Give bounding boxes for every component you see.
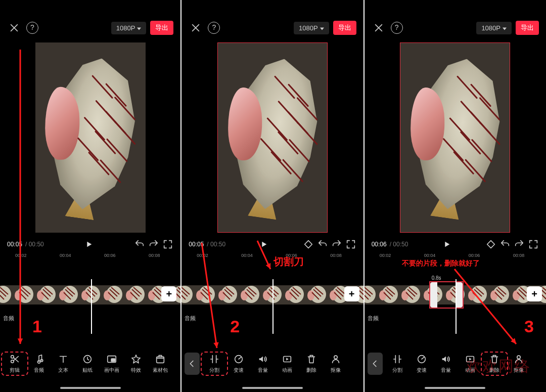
toolbar-back-button[interactable] xyxy=(368,353,383,375)
timeline-tick: 00:08 xyxy=(513,253,525,258)
tool-speed[interactable]: 变速 xyxy=(227,354,250,374)
tool-sticker[interactable]: 贴纸 xyxy=(76,354,99,374)
tool-text[interactable]: 文本 xyxy=(52,354,75,374)
tool-split[interactable]: 分割 xyxy=(386,354,409,374)
playhead[interactable] xyxy=(272,279,274,334)
close-button[interactable] xyxy=(189,21,203,35)
clip-thumbnail[interactable] xyxy=(466,285,488,304)
playhead[interactable] xyxy=(456,279,457,334)
clip-thumbnail[interactable] xyxy=(79,285,101,304)
clip-thumbnail[interactable] xyxy=(34,285,57,304)
clip-thumbnail[interactable] xyxy=(488,285,510,304)
clip-area[interactable]: + xyxy=(181,279,363,314)
clip-thumbnail[interactable] xyxy=(365,285,377,304)
bottom-toolbar: 剪辑 音频 文本 贴纸 画中画 特效 素材包 xyxy=(0,349,180,379)
selection-duration: 0.8s xyxy=(432,275,441,281)
add-clip-button[interactable]: + xyxy=(527,286,542,301)
play-button[interactable] xyxy=(83,239,95,250)
svg-point-8 xyxy=(37,290,44,300)
undo-button[interactable] xyxy=(499,239,511,250)
tool-volume[interactable]: 音量 xyxy=(434,354,458,374)
clip-thumbnail[interactable] xyxy=(260,285,283,304)
tool-split[interactable]: 分割 xyxy=(203,354,226,374)
svg-point-56 xyxy=(285,290,292,300)
caret-down-icon xyxy=(503,24,507,32)
svg-point-53 xyxy=(263,290,270,300)
redo-button[interactable] xyxy=(514,239,525,250)
clip-thumbnail[interactable] xyxy=(0,285,12,304)
clip-thumbnail[interactable] xyxy=(305,285,327,304)
help-button[interactable]: ? xyxy=(26,22,38,34)
preview-area xyxy=(0,40,180,236)
selection-handle-right[interactable] xyxy=(456,282,463,308)
tool-matting[interactable]: 抠像 xyxy=(324,354,347,374)
fullscreen-button[interactable] xyxy=(345,239,356,250)
help-button[interactable]: ? xyxy=(208,22,220,34)
audio-track-label[interactable]: 音频 xyxy=(0,314,180,323)
clip-thumbnail[interactable] xyxy=(377,285,399,304)
tool-pack[interactable]: 素材包 xyxy=(149,354,172,374)
video-preview[interactable] xyxy=(400,42,510,233)
tool-audio[interactable]: 音频 xyxy=(27,354,51,374)
redo-button[interactable] xyxy=(331,239,342,250)
home-indicator xyxy=(60,387,121,389)
export-button[interactable]: 导出 xyxy=(333,21,356,35)
undo-button[interactable] xyxy=(317,239,328,250)
resolution-selector[interactable]: 1080P xyxy=(294,22,329,34)
svg-point-50 xyxy=(241,290,248,300)
tool-edit[interactable]: 剪辑 xyxy=(3,354,26,374)
resolution-selector[interactable]: 1080P xyxy=(111,22,147,34)
clip-thumbnail[interactable] xyxy=(399,285,421,304)
clip-thumbnail[interactable] xyxy=(123,285,146,304)
clip-thumbnail[interactable] xyxy=(194,285,216,304)
timeline-ruler[interactable]: 00:0200:0400:0600:08 xyxy=(181,253,363,261)
clip-thumbnail[interactable] xyxy=(12,285,34,304)
close-button[interactable] xyxy=(372,21,386,35)
play-button[interactable] xyxy=(441,239,452,250)
tool-volume[interactable]: 音量 xyxy=(251,354,275,374)
fullscreen-button[interactable] xyxy=(162,239,173,250)
top-bar: ? 1080P 导出 xyxy=(181,15,363,40)
playhead[interactable] xyxy=(91,279,92,334)
add-clip-button[interactable]: + xyxy=(161,286,176,301)
clip-thumbnail[interactable] xyxy=(238,285,260,304)
clip-strip[interactable] xyxy=(0,285,180,304)
clip-thumbnail[interactable] xyxy=(216,285,238,304)
clip-selection[interactable]: 0.8s xyxy=(429,281,464,309)
resolution-selector[interactable]: 1080P xyxy=(476,22,512,34)
export-button[interactable]: 导出 xyxy=(516,21,539,35)
annotation-hint: 不要的片段，删除就好了 xyxy=(402,259,480,268)
undo-button[interactable] xyxy=(134,239,145,250)
tool-delete[interactable]: 删除 xyxy=(300,354,323,374)
clip-thumbnail[interactable] xyxy=(57,285,79,304)
add-clip-button[interactable]: + xyxy=(344,286,359,301)
toolbar-back-button[interactable] xyxy=(185,353,200,375)
editor-panel-1: ? 1080P 导出 00:05 xyxy=(0,0,180,392)
keyframe-button[interactable] xyxy=(485,239,496,250)
close-button[interactable] xyxy=(7,21,21,35)
video-preview[interactable] xyxy=(35,42,146,233)
clip-area[interactable]: + 0.8s xyxy=(365,279,546,314)
fullscreen-button[interactable] xyxy=(528,239,539,250)
tool-speed[interactable]: 变速 xyxy=(410,354,433,374)
tool-pip[interactable]: 画中画 xyxy=(100,354,123,374)
help-button[interactable]: ? xyxy=(391,22,403,34)
play-button[interactable] xyxy=(258,239,269,250)
svg-point-93 xyxy=(468,290,475,300)
home-indicator xyxy=(425,387,485,389)
top-bar: ? 1080P 导出 xyxy=(0,15,180,40)
redo-button[interactable] xyxy=(148,239,159,250)
video-preview[interactable] xyxy=(217,42,328,233)
pip-icon xyxy=(106,354,117,365)
timeline-ruler[interactable]: 00:0200:0400:0600:08 xyxy=(0,253,180,261)
clip-thumbnail[interactable] xyxy=(283,285,305,304)
keyframe-button[interactable] xyxy=(303,239,314,250)
tool-anim[interactable]: 动画 xyxy=(276,354,299,374)
tool-effects[interactable]: 特效 xyxy=(124,354,148,374)
export-button[interactable]: 导出 xyxy=(150,21,173,35)
timeline-tick: 00:08 xyxy=(330,253,342,258)
clip-thumbnail[interactable] xyxy=(101,285,123,304)
clip-thumbnail[interactable] xyxy=(181,285,194,304)
clip-area[interactable]: + xyxy=(0,279,180,314)
selection-handle-left[interactable] xyxy=(430,282,437,308)
